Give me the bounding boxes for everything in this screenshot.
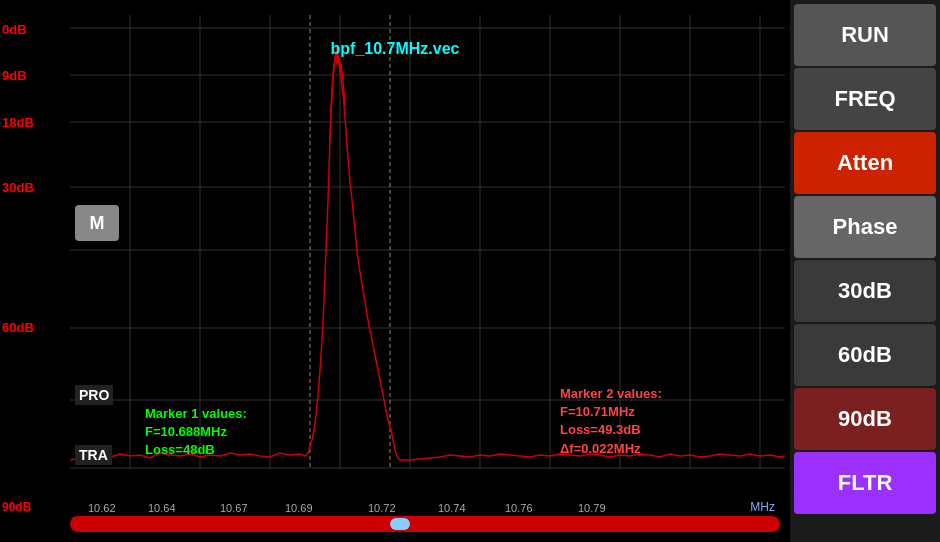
- 60db-button[interactable]: 60dB: [794, 324, 936, 386]
- x-label-6: 10.74: [438, 502, 466, 514]
- marker1-label: Marker 1 values: F=10.688MHz Loss=48dB: [145, 405, 247, 460]
- x-label-4: 10.69: [285, 502, 313, 514]
- y-label-60db: 60dB: [2, 320, 34, 335]
- tra-label: TRA: [75, 445, 112, 465]
- x-label-2: 10.64: [148, 502, 176, 514]
- chart-svg: [0, 0, 790, 530]
- atten-button[interactable]: Atten: [794, 132, 936, 194]
- y-label-9db: 9dB: [2, 68, 27, 83]
- mhz-label: MHz: [750, 500, 775, 514]
- m-button[interactable]: M: [75, 205, 119, 241]
- y-label-18db: 18dB: [2, 115, 34, 130]
- bottom-db-label: 90dB: [2, 500, 31, 514]
- y-label-30db: 30dB: [2, 180, 34, 195]
- phase-button[interactable]: Phase: [794, 196, 936, 258]
- run-button[interactable]: RUN: [794, 4, 936, 66]
- scrollbar-thumb[interactable]: [390, 518, 410, 530]
- 30db-button[interactable]: 30dB: [794, 260, 936, 322]
- scrollbar-track[interactable]: [70, 516, 780, 532]
- fltr-button[interactable]: FLTR: [794, 452, 936, 514]
- chart-title: bpf_10.7MHz.vec: [331, 40, 460, 58]
- y-label-0db: 0dB: [2, 22, 27, 37]
- x-label-7: 10.76: [505, 502, 533, 514]
- marker2-line3: Δf=0.022MHz: [560, 440, 662, 458]
- sidebar: RUNFREQAttenPhase30dB60dB90dBFLTR: [790, 0, 940, 542]
- marker2-title: Marker 2 values:: [560, 385, 662, 403]
- x-label-3: 10.67: [220, 502, 248, 514]
- marker1-title: Marker 1 values:: [145, 405, 247, 423]
- pro-label: PRO: [75, 385, 113, 405]
- marker1-line2: Loss=48dB: [145, 441, 247, 459]
- x-label-1: 10.62: [88, 502, 116, 514]
- marker2-label: Marker 2 values: F=10.71MHz Loss=49.3dB …: [560, 385, 662, 458]
- marker2-line2: Loss=49.3dB: [560, 421, 662, 439]
- chart-area: bpf_10.7MHz.vec 0dB 9dB 18dB 30dB 60dB M…: [0, 0, 790, 542]
- 90db-button[interactable]: 90dB: [794, 388, 936, 450]
- marker1-line1: F=10.688MHz: [145, 423, 247, 441]
- freq-button[interactable]: FREQ: [794, 68, 936, 130]
- marker2-line1: F=10.71MHz: [560, 403, 662, 421]
- x-label-5: 10.72: [368, 502, 396, 514]
- x-label-8: 10.79: [578, 502, 606, 514]
